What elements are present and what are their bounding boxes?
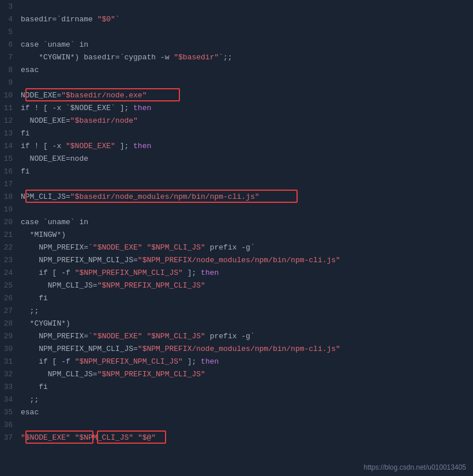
line-number: 25 bbox=[0, 281, 21, 290]
line-content: ;; bbox=[21, 395, 468, 404]
code-line: 23 NPM_PREFIX_NPM_CLI_JS="$NPM_PREFIX/no… bbox=[0, 254, 473, 266]
code-line: 3 bbox=[0, 0, 473, 13]
line-content bbox=[21, 421, 468, 429]
code-line: 31 if [ -f "$NPM_PREFIX_NPM_CLI_JS" ]; t… bbox=[0, 355, 473, 368]
line-content: case `uname` in bbox=[21, 40, 468, 49]
line-content: NODE_EXE="$basedir/node" bbox=[21, 116, 468, 125]
code-line: 16fi bbox=[0, 165, 473, 177]
line-number: 28 bbox=[0, 319, 21, 328]
line-number: 8 bbox=[0, 66, 21, 74]
code-line: 22 NPM_PREFIX=`"$NODE_EXE" "$NPM_CLI_JS"… bbox=[0, 241, 473, 254]
line-content: fi bbox=[21, 167, 468, 176]
code-line: 37"$NODE_EXE" "$NPM_CLI_JS" "$@" bbox=[0, 431, 473, 444]
code-editor: 3 4basedir=`dirname "$0"`5 6case `uname`… bbox=[0, 0, 473, 476]
watermark-text: https://blog.csdn.net/u010013405 bbox=[364, 463, 466, 471]
line-content bbox=[21, 205, 468, 214]
line-content bbox=[21, 2, 468, 11]
line-number: 14 bbox=[0, 142, 21, 150]
line-number: 20 bbox=[0, 218, 21, 226]
code-line: 20case `uname` in bbox=[0, 216, 473, 228]
line-content: NPM_CLI_JS="$NPM_PREFIX_NPM_CLI_JS" bbox=[21, 370, 468, 379]
code-line: 32 NPM_CLI_JS="$NPM_PREFIX_NPM_CLI_JS" bbox=[0, 368, 473, 380]
line-number: 30 bbox=[0, 345, 21, 353]
code-line: 27 ;; bbox=[0, 304, 473, 317]
line-content bbox=[21, 180, 468, 188]
code-line: 9 bbox=[0, 76, 473, 89]
line-content: NPM_PREFIX_NPM_CLI_JS="$NPM_PREFIX/node_… bbox=[21, 345, 468, 353]
line-number: 36 bbox=[0, 421, 21, 429]
line-content: NPM_CLI_JS="$NPM_PREFIX_NPM_CLI_JS" bbox=[21, 281, 468, 290]
line-number: 12 bbox=[0, 116, 21, 125]
line-number: 10 bbox=[0, 91, 21, 100]
line-number: 27 bbox=[0, 307, 21, 315]
code-line: 12 NODE_EXE="$basedir/node" bbox=[0, 114, 473, 127]
line-content: NODE_EXE=node bbox=[21, 154, 468, 163]
line-number: 15 bbox=[0, 154, 21, 163]
line-number: 26 bbox=[0, 294, 21, 303]
code-line: 25 NPM_CLI_JS="$NPM_PREFIX_NPM_CLI_JS" bbox=[0, 279, 473, 292]
line-content: NPM_PREFIX=`"$NODE_EXE" "$NPM_CLI_JS" pr… bbox=[21, 243, 468, 252]
code-line: 36 bbox=[0, 418, 473, 431]
code-line: 4basedir=`dirname "$0"` bbox=[0, 13, 473, 25]
code-line: 13fi bbox=[0, 127, 473, 139]
code-line: 17 bbox=[0, 177, 473, 190]
line-number: 13 bbox=[0, 129, 21, 138]
code-line: 28 *CYGWIN*) bbox=[0, 317, 473, 330]
line-content: *CYGWIN*) bbox=[21, 319, 468, 328]
line-number: 24 bbox=[0, 269, 21, 277]
line-content: NPM_PREFIX_NPM_CLI_JS="$NPM_PREFIX/node_… bbox=[21, 256, 468, 265]
line-content: if [ -f "$NPM_PREFIX_NPM_CLI_JS" ]; then bbox=[21, 357, 468, 366]
line-content: fi bbox=[21, 129, 468, 138]
line-content: *MINGW*) bbox=[21, 231, 468, 239]
code-line: 35esac bbox=[0, 406, 473, 418]
line-number: 11 bbox=[0, 104, 21, 112]
line-content: if ! [ -x "$NODE_EXE" ]; then bbox=[21, 142, 468, 150]
line-number: 7 bbox=[0, 53, 21, 62]
line-content: NPM_PREFIX=`"$NODE_EXE" "$NPM_CLI_JS" pr… bbox=[21, 332, 468, 341]
code-line: 26 fi bbox=[0, 292, 473, 304]
code-line: 21 *MINGW*) bbox=[0, 228, 473, 241]
line-content: if ! [ -x `$NODE_EXE` ]; then bbox=[21, 104, 468, 112]
line-number: 33 bbox=[0, 383, 21, 391]
line-number: 34 bbox=[0, 395, 21, 404]
line-number: 32 bbox=[0, 370, 21, 379]
line-content: *CYGWIN*) basedir=`cygpath -w "$basedir"… bbox=[21, 53, 468, 62]
code-line: 34 ;; bbox=[0, 393, 473, 406]
line-number: 5 bbox=[0, 28, 21, 36]
code-line: 33 fi bbox=[0, 380, 473, 393]
line-content bbox=[21, 28, 468, 36]
code-line: 10NODE_EXE="$basedir/node.exe" bbox=[0, 89, 473, 101]
line-content: NODE_EXE="$basedir/node.exe" bbox=[21, 91, 468, 100]
line-content: basedir=`dirname "$0"` bbox=[21, 15, 468, 24]
line-number: 23 bbox=[0, 256, 21, 265]
line-content: "$NODE_EXE" "$NPM_CLI_JS" "$@" bbox=[21, 433, 468, 442]
line-content: case `uname` in bbox=[21, 218, 468, 226]
line-number: 4 bbox=[0, 15, 21, 24]
line-content: NPM_CLI_JS="$basedir/node_modules/npm/bi… bbox=[21, 192, 468, 201]
line-number: 35 bbox=[0, 408, 21, 417]
code-line: 11if ! [ -x `$NODE_EXE` ]; then bbox=[0, 101, 473, 114]
code-line: 7 *CYGWIN*) basedir=`cygpath -w "$basedi… bbox=[0, 51, 473, 63]
code-line: 19 bbox=[0, 203, 473, 216]
line-content: if [ -f "$NPM_PREFIX_NPM_CLI_JS" ]; then bbox=[21, 269, 468, 277]
code-line: 24 if [ -f "$NPM_PREFIX_NPM_CLI_JS" ]; t… bbox=[0, 266, 473, 279]
code-line: 5 bbox=[0, 25, 473, 38]
code-line: 15 NODE_EXE=node bbox=[0, 152, 473, 165]
code-line: 18NPM_CLI_JS="$basedir/node_modules/npm/… bbox=[0, 190, 473, 203]
line-number: 18 bbox=[0, 192, 21, 201]
line-content: ;; bbox=[21, 307, 468, 315]
line-content: fi bbox=[21, 294, 468, 303]
line-number: 16 bbox=[0, 167, 21, 176]
line-number: 19 bbox=[0, 205, 21, 214]
code-line: 29 NPM_PREFIX=`"$NODE_EXE" "$NPM_CLI_JS"… bbox=[0, 330, 473, 342]
code-line: 6case `uname` in bbox=[0, 38, 473, 51]
code-line: 8esac bbox=[0, 63, 473, 76]
line-number: 6 bbox=[0, 40, 21, 49]
line-number: 22 bbox=[0, 243, 21, 252]
line-content: fi bbox=[21, 383, 468, 391]
line-number: 17 bbox=[0, 180, 21, 188]
line-number: 21 bbox=[0, 231, 21, 239]
line-content bbox=[21, 78, 468, 87]
code-line: 30 NPM_PREFIX_NPM_CLI_JS="$NPM_PREFIX/no… bbox=[0, 342, 473, 355]
line-number: 3 bbox=[0, 2, 21, 11]
